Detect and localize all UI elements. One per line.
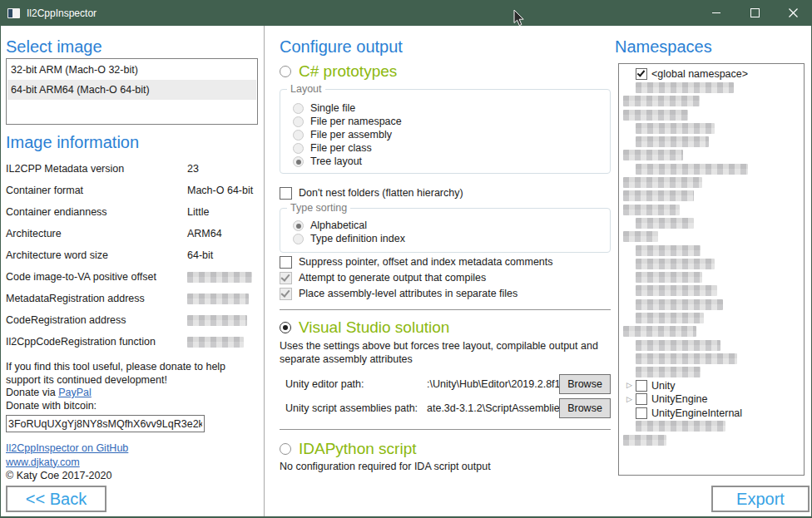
unity-editor-browse-button[interactable]: Browse [559,374,611,394]
idapython-label: IDAPython script [299,438,417,460]
namespace-row[interactable] [619,311,804,324]
csharp-prototypes-option[interactable]: C# prototypes [280,61,611,82]
namespace-row[interactable] [619,325,804,338]
namespace-row[interactable] [619,352,804,365]
namespace-row[interactable] [619,420,804,433]
namespace-checkbox[interactable] [636,393,647,405]
namespace-row[interactable] [619,298,804,311]
idapython-option[interactable]: IDAPython script [280,438,611,460]
maximize-button[interactable] [735,0,774,26]
close-button[interactable] [774,0,812,26]
info-label: CodeRegistration address [6,314,187,326]
info-row: MetadataRegistration address [6,288,258,309]
info-value: Little [187,206,209,218]
namespace-row[interactable]: ▷UnityEngine [619,392,804,406]
title-bar[interactable]: Il2CppInspector [0,0,812,26]
checkbox-label: Place assembly-level attributes in separ… [299,288,517,299]
namespace-row[interactable] [619,162,804,175]
maximize-icon [750,8,760,17]
namespace-row[interactable] [619,257,804,270]
namespace-row[interactable] [619,203,804,216]
info-row: Container formatMach-O 64-bit [6,180,258,201]
app-window: Il2CppInspector Select image 32-bit ARM … [0,0,812,518]
export-button[interactable]: Export [711,486,810,512]
redacted-namespace [636,340,720,351]
redacted-namespace [623,326,696,337]
layout-groupbox: Layout Single fileFile per namespaceFile… [280,89,611,174]
info-value [187,272,252,283]
namespace-row[interactable] [619,190,804,203]
namespace-row[interactable] [619,108,804,121]
back-button[interactable]: << Back [6,486,106,512]
namespace-label: <global namespace> [651,68,748,80]
namespace-row[interactable] [619,216,804,229]
info-row: IL2CPP Metadata version23 [6,158,258,180]
radio-label: File per namespace [310,116,402,127]
namespace-row[interactable]: UnityEngineInternal [619,406,804,419]
radio-option: Alphabetical [293,219,610,232]
unity-editor-path-value[interactable]: :\Unity\Hub\Editor\2019.2.8f1 [427,378,559,390]
namespace-row[interactable] [619,433,804,446]
minimize-button[interactable] [697,0,735,26]
namespace-row[interactable] [619,230,804,244]
visual-studio-radio[interactable] [280,322,291,333]
image-list-item[interactable]: 32-bit ARM (Mach-O 32-bit) [7,60,256,80]
separator [280,309,611,310]
namespace-row[interactable] [619,284,804,298]
redacted-namespace [623,150,683,160]
visual-studio-option[interactable]: Visual Studio solution [280,317,611,338]
namespace-row[interactable] [619,135,804,148]
unity-assemblies-path-value[interactable]: ate.3d-3.1.2\ScriptAssemblies [427,402,559,414]
idapython-radio[interactable] [280,443,291,455]
csharp-prototypes-label: C# prototypes [299,61,397,82]
redacted-namespace [636,272,702,283]
csharp-prototypes-radio[interactable] [280,66,291,77]
namespace-row[interactable] [619,270,804,284]
website-link[interactable]: www.djkaty.com [6,456,80,468]
bitcoin-address-input[interactable] [6,415,205,432]
flatten-checkbox[interactable] [280,187,292,200]
unity-editor-path-row: Unity editor path: :\Unity\Hub\Editor\20… [280,373,611,394]
radio-icon [293,156,304,167]
namespace-row[interactable] [619,81,804,94]
namespace-checkbox[interactable] [636,407,647,419]
namespace-row[interactable] [619,366,804,379]
unity-assemblies-browse-button[interactable]: Browse [559,398,611,418]
radio-icon [293,143,304,154]
namespace-row[interactable]: ▷Unity [619,379,804,392]
github-link[interactable]: Il2CppInspector on GitHub [6,442,128,454]
namespace-row[interactable]: <global namespace> [619,67,804,81]
namespace-row[interactable] [619,175,804,189]
namespace-checkbox[interactable] [636,68,647,80]
image-listbox[interactable]: 32-bit ARM (Mach-O 32-bit)64-bit ARM64 (… [6,58,258,125]
namespace-row[interactable] [619,95,804,108]
checkbox[interactable] [280,256,292,269]
radio-option: File per class [293,141,610,155]
info-label: Container format [6,185,187,196]
redacted-namespace [636,285,717,296]
radio-label: Tree layout [310,155,362,167]
namespace-row[interactable] [619,121,804,135]
type-sorting-title: Type sorting [287,202,350,214]
expander-icon[interactable]: ▷ [623,380,636,391]
namespace-checkbox[interactable] [636,380,647,392]
paypal-link[interactable]: PayPal [58,387,92,398]
expander-icon[interactable]: ▷ [623,394,636,405]
info-label: Code image-to-VA positive offset [6,271,187,283]
radio-icon [293,116,304,127]
namespaces-listbox[interactable]: <global namespace>▷Unity▷UnityEngineUnit… [618,63,805,476]
radio-icon [293,103,304,114]
namespace-row[interactable] [619,149,804,162]
namespace-row[interactable] [619,338,804,352]
redacted-namespace [636,353,737,364]
checkbox [280,272,292,284]
info-row: ArchitectureARM64 [6,223,258,244]
namespace-label: UnityEngineInternal [651,407,742,419]
flatten-checkbox-row[interactable]: Don't nest folders (flatten hierarchy) [280,186,611,200]
donate-paypal-prefix: Donate via [6,387,58,398]
info-value: ARM64 [187,228,222,239]
namespace-row[interactable] [619,244,804,257]
type-sorting-groupbox: Type sorting AlphabeticalType definition… [280,208,611,253]
image-list-item[interactable]: 64-bit ARM64 (Mach-O 64-bit) [7,80,256,100]
option-checkbox-row[interactable]: Suppress pointer, offset and index metad… [280,255,611,269]
